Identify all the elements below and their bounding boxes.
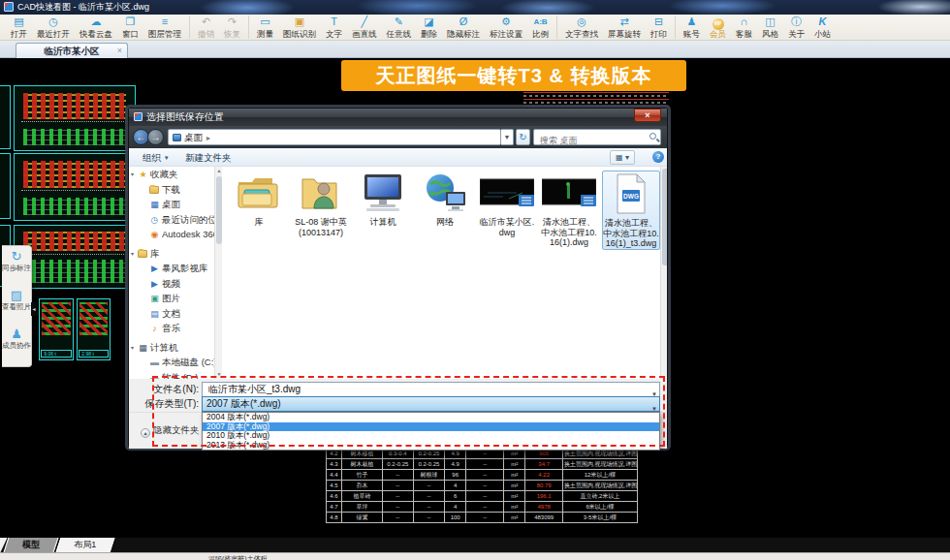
expand-arrow-icon[interactable]: ▾ <box>131 168 138 182</box>
file-item[interactable]: 清水池工程、中水池工程10.16(1).dwg <box>540 171 598 248</box>
toolbar-layer-manager[interactable]: ≡图层管理 <box>143 15 186 40</box>
libraries-folder-icon <box>230 171 288 215</box>
forward-button[interactable]: → <box>147 129 164 145</box>
toolbar-label: 打印 <box>650 29 667 39</box>
layout-tab-label: 模型 <box>22 538 40 551</box>
search-input[interactable] <box>538 135 643 147</box>
toolbar-label: 图纸识别 <box>283 29 316 39</box>
toolbar-style[interactable]: ◫风格 <box>757 15 783 40</box>
view-options-button[interactable]: ▦ ▾ <box>610 150 635 165</box>
tree-item-桌面[interactable]: ▦桌面 <box>129 197 222 212</box>
toolbar-cloud-drive[interactable]: ☁快看云盘 <box>75 15 117 40</box>
toolbar-hide-dims[interactable]: Ø隐藏标注 <box>442 15 485 40</box>
layout-tab-模型[interactable]: 模型 <box>4 538 59 552</box>
tree-scrollbar[interactable]: ▲▼ <box>214 167 222 379</box>
file-item[interactable]: 计算机 <box>354 171 412 228</box>
file-item[interactable]: DWG清水池工程、中水池工程10.16(1)_t3.dwg <box>602 171 660 250</box>
tree-item-音乐[interactable]: ♪音乐 <box>129 321 222 336</box>
tree-item-计算机[interactable]: ▾▦计算机 <box>129 340 222 356</box>
panel-collapse-handle[interactable]: ◂ <box>31 302 37 316</box>
toolbar-separator <box>675 16 676 39</box>
toolbar-service[interactable]: ∩客服 <box>731 15 757 40</box>
layout-tab-label: 布局1 <box>75 538 97 551</box>
cad-sheet-partial <box>0 85 11 149</box>
refresh-button[interactable]: ↻ <box>516 129 530 145</box>
side-panel-item-member-collab[interactable]: ♟成员协作 <box>2 324 31 362</box>
tree-item-库[interactable]: ▾库 <box>129 246 222 262</box>
expand-arrow-icon[interactable]: ▾ <box>131 341 138 356</box>
toolbar-label: 关于 <box>788 29 805 39</box>
toolbar-label: 账号 <box>683 29 700 39</box>
toolbar-delete[interactable]: ◪删除 <box>416 15 442 40</box>
toolbar-window[interactable]: ❐窗口 <box>117 15 143 40</box>
tree-item-label: 计算机 <box>150 342 178 353</box>
tab-close-icon[interactable]: × <box>117 44 122 58</box>
status-text: 湿陷(挤密桩)土体积 <box>208 554 268 560</box>
file-item[interactable]: 库 <box>230 171 288 228</box>
file-item[interactable]: 临沂市某小区.dwg <box>478 171 536 237</box>
tree-item-本地磁盘 (C:)[interactable]: ▬本地磁盘 (C:) <box>129 355 222 370</box>
layout-tab-bar: 模型布局1 <box>0 538 950 552</box>
toolbar-print[interactable]: ⊟打印 <box>646 15 672 40</box>
help-button[interactable]: ? <box>652 151 664 163</box>
search-icon <box>649 133 656 140</box>
dialog-body: ▾★收藏夹下载▦桌面◷最近访问的位置◉Autodesk 360▾库▶暴风影视库▶… <box>129 167 667 379</box>
toolbar-measure[interactable]: ▭测量 <box>252 15 278 40</box>
toolbar-text[interactable]: T文字 <box>321 15 347 40</box>
rotate-icon: ⇄ <box>619 16 628 28</box>
folder-icon <box>149 186 159 194</box>
toolbar-vip[interactable]: VIP会员 <box>705 15 731 40</box>
main-toolbar: ▤打开◷最近打开☁快看云盘❐窗口≡图层管理↶撤销↷恢复▭测量▣图纸识别T文字╱画… <box>0 15 950 41</box>
address-location: 桌面 <box>184 132 203 142</box>
tree-item-文档[interactable]: ▤文档 <box>129 306 222 322</box>
tree-item-label: 音乐 <box>162 323 180 333</box>
new-folder-button[interactable]: 新建文件夹 <box>185 148 232 167</box>
dialog-close-button[interactable]: × <box>634 109 661 122</box>
file-list-scrollbar[interactable] <box>660 167 667 379</box>
tree-item-最近访问的位置[interactable]: ◷最近访问的位置 <box>129 212 222 228</box>
address-dropdown-button[interactable]: ▼ <box>501 129 514 145</box>
toolbar-draw-line[interactable]: ╱画直线 <box>347 15 382 40</box>
toolbar-account[interactable]: ♟账号 <box>679 15 705 40</box>
toolbar-scale[interactable]: A:B比例 <box>527 15 554 40</box>
tree-item-Autodesk 360[interactable]: ◉Autodesk 360 <box>129 227 222 242</box>
expand-arrow-icon[interactable]: ▾ <box>131 247 138 262</box>
libraries-icon <box>138 250 147 258</box>
tree-item-label: 本地磁盘 (C:) <box>162 357 216 367</box>
cad-sheet <box>14 85 136 151</box>
toolbar-ksite[interactable]: K小站 <box>809 15 836 40</box>
desktop-icon <box>173 134 181 141</box>
layout-tab-布局1[interactable]: 布局1 <box>56 538 115 552</box>
toolbar-rotate-screen[interactable]: ⇄屏幕旋转 <box>603 15 646 40</box>
toolbar-about[interactable]: ⓘ关于 <box>783 15 809 40</box>
side-panel-item-view-photos[interactable]: ▨查看照片 <box>2 285 31 324</box>
video-lib-icon: ▶ <box>149 262 160 276</box>
toolbar-drawing-recognize[interactable]: ▣图纸识别 <box>278 15 321 40</box>
search-box[interactable] <box>533 129 661 145</box>
side-panel-item-sync-annotations[interactable]: ↻同步标注 <box>2 246 31 285</box>
file-item[interactable]: SL-08 谢中英(10013147) <box>292 171 350 237</box>
cad-table-row: 4.3树木栽植0.2-0.250.2-0.254.9--m²34.7换土范围内,… <box>327 459 638 470</box>
toolbar-label: 最近打开 <box>37 29 70 39</box>
tree-item-下载[interactable]: 下载 <box>129 182 222 198</box>
file-item[interactable]: 网络 <box>416 171 474 228</box>
document-tab[interactable]: 临沂市某小区 × <box>16 43 128 58</box>
tree-item-视频[interactable]: ▶视频 <box>129 276 222 292</box>
floating-tool-panel: ↻同步标注▨查看照片♟成员协作◂ <box>2 245 32 367</box>
pencil-icon: ✎ <box>395 16 403 28</box>
toolbar-dim-settings[interactable]: ⚙标注设置 <box>485 15 527 40</box>
toolbar-find-text[interactable]: ◎文字查找 <box>560 15 603 40</box>
open-folder-icon: ▤ <box>14 16 23 28</box>
tree-item-暴风影视库[interactable]: ▶暴风影视库 <box>129 261 222 276</box>
cad-canvas[interactable]: 9.06 t 2.98 t 天正图纸一键转T3 & 转换版本 4.2树木移植0.… <box>0 58 950 538</box>
tree-item-图片[interactable]: ▣图片 <box>129 291 222 306</box>
toolbar-recent-open[interactable]: ◷最近打开 <box>32 15 75 40</box>
tree-item-收藏夹[interactable]: ▾★收藏夹 <box>129 167 222 182</box>
file-item-label: 清水池工程、中水池工程10.16(1)_t3.dwg <box>603 218 659 249</box>
organize-button[interactable]: 组织 ▼ <box>142 148 170 168</box>
toolbar-label: 撤销 <box>198 29 214 39</box>
toolbar-open[interactable]: ▤打开 <box>6 15 32 40</box>
address-bar[interactable]: 桌面▸ <box>168 129 501 145</box>
tree-item-label: 桌面 <box>162 199 180 209</box>
toolbar-free-line[interactable]: ✎任意线 <box>382 15 417 40</box>
